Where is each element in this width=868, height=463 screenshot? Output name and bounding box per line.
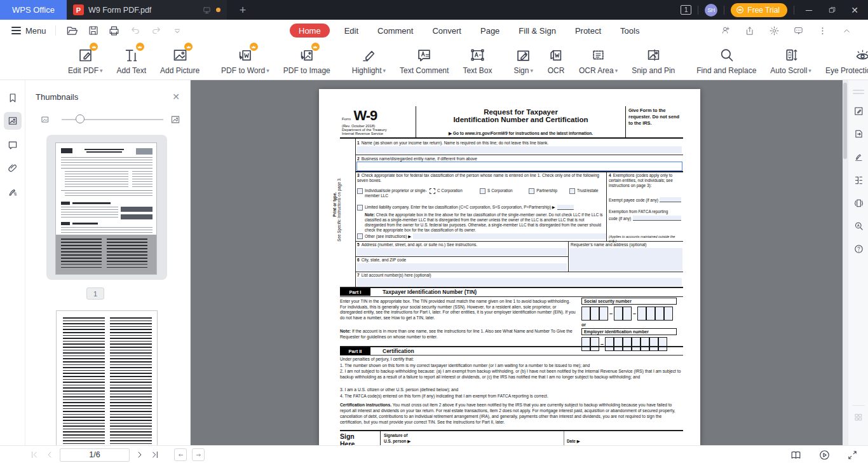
checkbox-partnership[interactable]: Partnership: [529, 188, 569, 199]
checkbox-icon[interactable]: [480, 188, 485, 194]
more-commands-caret-icon[interactable]: [170, 23, 185, 38]
fatca-code-field[interactable]: [633, 216, 681, 221]
find-and-replace-button[interactable]: Find and Replace: [689, 46, 763, 75]
checkbox-llc[interactable]: Limited liability company. Enter the tax…: [357, 205, 606, 211]
monitor-icon[interactable]: [202, 6, 212, 15]
export-document-button[interactable]: [852, 127, 865, 140]
tab-edit[interactable]: Edit: [337, 20, 365, 41]
large-thumbnail-icon[interactable]: [170, 114, 181, 125]
ocr-area-button[interactable]: OCR Area▾: [572, 46, 625, 75]
tab-tools[interactable]: Tools: [613, 20, 646, 41]
thumbnail-page-1-selected[interactable]: [46, 135, 167, 280]
edit-pdf-button[interactable]: Edit PDF▾: [61, 46, 110, 75]
slider-knob[interactable]: [76, 114, 85, 123]
thumbnail-page-1[interactable]: [55, 142, 157, 275]
page-spread-view-button[interactable]: [852, 174, 865, 186]
wps-office-tab[interactable]: WPS Office: [0, 0, 67, 20]
llc-classification-field[interactable]: [557, 205, 574, 210]
pdf-to-image-button[interactable]: PDF to Image: [276, 46, 337, 75]
checkbox-s-corporation[interactable]: S Corporation: [480, 188, 529, 199]
restore-button[interactable]: [824, 2, 840, 18]
checkbox-icon[interactable]: [529, 188, 534, 194]
checkbox-icon-focused[interactable]: [430, 188, 435, 194]
new-tab-button[interactable]: +: [235, 3, 250, 18]
checkbox-icon[interactable]: [357, 233, 363, 239]
first-page-button[interactable]: [29, 450, 39, 460]
snip-and-pin-button[interactable]: Snip and Pin: [625, 46, 682, 75]
auto-scroll-button[interactable]: Auto Scroll▾: [763, 46, 818, 75]
read-mode-button[interactable]: [790, 449, 802, 461]
pdf-page-1[interactable]: Form W-9 (Rev. October 2018) Department …: [319, 89, 700, 445]
close-panel-icon[interactable]: ✕: [170, 90, 182, 103]
signature-tool-button[interactable]: [852, 150, 865, 163]
thumbnail-page-2[interactable]: [56, 310, 158, 445]
prev-page-button[interactable]: [44, 450, 55, 460]
tab-convert[interactable]: Convert: [425, 20, 468, 41]
vertical-scrollbar[interactable]: [843, 80, 848, 445]
presentation-play-button[interactable]: [818, 449, 831, 461]
comments-panel-button[interactable]: [4, 136, 22, 154]
ein-cells[interactable]: –: [581, 337, 682, 351]
more-options-kebab-icon[interactable]: [815, 23, 830, 38]
exempt-payee-field[interactable]: [660, 197, 681, 202]
page-indicator-input[interactable]: [60, 448, 130, 462]
fullscreen-button[interactable]: [847, 450, 858, 460]
tab-comment[interactable]: Comment: [370, 20, 420, 41]
pdf-to-word-button[interactable]: PDF to Word▾: [214, 46, 276, 75]
avatar[interactable]: SH: [705, 4, 717, 17]
document-canvas[interactable]: Form W-9 (Rev. October 2018) Department …: [191, 80, 843, 445]
scroll-mode-button[interactable]: [852, 197, 865, 209]
text-comment-button[interactable]: Text Comment: [393, 46, 456, 75]
account-numbers-field[interactable]: [357, 278, 682, 286]
edit-tools-button[interactable]: [852, 104, 865, 117]
business-name-field-active[interactable]: [356, 162, 682, 171]
panel-drag-handle[interactable]: [853, 88, 864, 96]
checkbox-c-corporation[interactable]: C Corporation: [430, 188, 480, 199]
bookmarks-panel-button[interactable]: [4, 89, 22, 107]
other-field[interactable]: [413, 233, 606, 239]
forward-view-button[interactable]: [192, 448, 205, 461]
highlight-button[interactable]: Highlight▾: [345, 46, 393, 75]
find-text-button[interactable]: [852, 219, 865, 232]
free-trial-button[interactable]: Free Trial: [731, 3, 787, 17]
collapse-ribbon-chevron-icon[interactable]: [839, 23, 854, 38]
close-button[interactable]: ✕: [846, 2, 863, 18]
open-file-button[interactable]: [65, 23, 80, 38]
eye-protection-mode-button[interactable]: Eye Protection Mode▾: [818, 46, 868, 75]
tab-page[interactable]: Page: [473, 20, 506, 41]
feedback-comment-icon[interactable]: [790, 23, 806, 38]
ssn-cells[interactable]: – –: [581, 307, 682, 321]
share-icon[interactable]: [742, 23, 757, 38]
last-page-button[interactable]: [150, 450, 160, 460]
signature-panel-button[interactable]: [4, 183, 22, 201]
checkbox-individual[interactable]: Individual/sole proprietor or single-mem…: [357, 188, 430, 199]
tab-protect[interactable]: Protect: [568, 20, 608, 41]
ocr-button[interactable]: OCR: [540, 46, 572, 75]
requester-field[interactable]: [569, 248, 682, 271]
redo-button[interactable]: [149, 23, 164, 38]
window-switch-icon[interactable]: 1: [681, 5, 691, 15]
help-button[interactable]: [852, 242, 865, 255]
undo-button[interactable]: [128, 23, 143, 38]
city-state-zip-field[interactable]: [357, 263, 567, 271]
print-button[interactable]: [107, 23, 122, 38]
name-field[interactable]: [357, 146, 682, 153]
tab-fill-sign[interactable]: Fill & Sign: [512, 20, 563, 41]
add-picture-button[interactable]: Add Picture: [153, 46, 207, 75]
main-menu-button[interactable]: Menu: [11, 26, 46, 36]
grid-view-button[interactable]: [852, 411, 865, 424]
attachments-panel-button[interactable]: [4, 159, 22, 177]
checkbox-icon[interactable]: [357, 205, 363, 211]
settings-gear-icon[interactable]: [766, 23, 782, 38]
thumbnails-panel-button[interactable]: [4, 112, 22, 130]
save-button[interactable]: [86, 23, 101, 38]
small-thumbnail-icon[interactable]: [40, 114, 50, 125]
back-view-button[interactable]: [174, 448, 187, 461]
checkbox-icon[interactable]: [357, 188, 363, 194]
checkbox-trust-estate[interactable]: Trust/estate: [569, 188, 606, 199]
scrollbar-thumb[interactable]: [843, 83, 847, 159]
minimize-button[interactable]: ─: [801, 2, 817, 18]
add-text-button[interactable]: Add Text: [110, 46, 153, 75]
share-user-button[interactable]: [718, 23, 733, 38]
address-field[interactable]: [357, 248, 567, 256]
